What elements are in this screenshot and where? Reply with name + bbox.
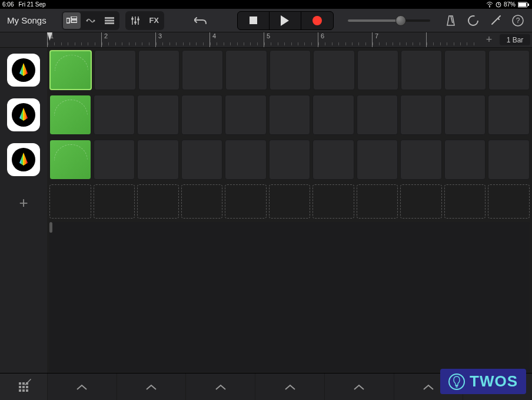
loop-cell[interactable]	[488, 140, 530, 180]
loop-cell[interactable]	[269, 140, 311, 180]
empty-loop-cell[interactable]	[488, 184, 530, 219]
scene-trigger-2[interactable]	[117, 373, 186, 400]
my-songs-button[interactable]: My Songs	[2, 15, 51, 25]
empty-loop-cell[interactable]	[94, 184, 135, 219]
loop-cell[interactable]	[94, 95, 135, 135]
track-row-3	[47, 137, 532, 182]
track-row-2	[47, 92, 532, 137]
ruler-bar-6[interactable]: 6	[318, 32, 372, 47]
metronome-button[interactable]	[444, 14, 458, 28]
loop-cell[interactable]	[181, 140, 223, 180]
tracks-view-button[interactable]	[63, 12, 81, 29]
empty-loop-cell[interactable]	[225, 184, 267, 219]
scroll-area[interactable]	[49, 222, 530, 372]
loop-cell[interactable]	[357, 140, 398, 180]
svg-line-19	[451, 16, 453, 23]
loop-cell[interactable]	[138, 50, 179, 90]
loop-cell[interactable]	[225, 140, 267, 180]
loop-cell[interactable]	[182, 50, 223, 90]
play-icon	[281, 15, 289, 26]
loop-cell[interactable]	[94, 140, 135, 180]
add-section-button[interactable]: +	[480, 32, 498, 47]
loop-cell[interactable]	[225, 95, 267, 135]
track-settings-button[interactable]	[127, 12, 144, 29]
loop-cell[interactable]	[444, 140, 486, 180]
track-row-1	[47, 48, 532, 92]
svg-rect-5	[66, 18, 69, 23]
ruler-bar-4[interactable]: 4	[210, 32, 264, 47]
track-headers-column: +	[0, 48, 47, 373]
track-header-3[interactable]	[0, 137, 47, 182]
track-header-1[interactable]	[0, 48, 47, 92]
loop-cell[interactable]	[225, 50, 267, 90]
empty-loop-cell[interactable]	[312, 184, 354, 219]
record-icon	[312, 16, 322, 25]
loop-cell[interactable]	[357, 50, 398, 90]
loop-cell[interactable]	[312, 140, 354, 180]
loop-button[interactable]	[466, 14, 480, 28]
loop-cell[interactable]	[137, 95, 179, 135]
empty-loop-cell[interactable]	[444, 184, 486, 219]
undo-button[interactable]	[190, 12, 211, 29]
loop-cell[interactable]	[357, 95, 398, 135]
ruler-bar-8[interactable]	[426, 32, 480, 47]
loop-cell[interactable]	[444, 95, 486, 135]
empty-loop-cell[interactable]	[400, 184, 442, 219]
scrollbar-thumb[interactable]	[49, 222, 52, 233]
loop-cell[interactable]	[94, 50, 135, 90]
empty-loop-cell[interactable]	[357, 184, 398, 219]
ruler-bar-3[interactable]: 3	[155, 32, 210, 47]
ruler-bar-7[interactable]: 7	[372, 32, 426, 47]
settings-button[interactable]	[488, 14, 503, 28]
help-button[interactable]: ?	[511, 14, 525, 28]
snap-value-button[interactable]: 1 Bar	[500, 34, 530, 45]
loop-cell[interactable]	[270, 50, 311, 90]
bar-label: 3	[158, 32, 162, 39]
fx-button[interactable]: FX	[145, 12, 163, 29]
loop-cell[interactable]	[49, 50, 92, 90]
loop-cell[interactable]	[444, 50, 486, 90]
view-mode-group	[62, 11, 119, 30]
empty-loop-cell[interactable]	[137, 184, 179, 219]
volume-thumb[interactable]	[395, 15, 406, 26]
master-volume-slider[interactable]	[348, 19, 430, 22]
empty-loop-cell[interactable]	[49, 184, 91, 219]
stop-button[interactable]	[238, 12, 270, 29]
ruler-bar-1[interactable]: 1	[47, 32, 101, 47]
play-button[interactable]	[270, 12, 301, 29]
loop-cell[interactable]	[181, 95, 223, 135]
ruler-bar-5[interactable]: 5	[264, 32, 318, 47]
lightbulb-icon	[448, 373, 465, 390]
loop-cell[interactable]	[401, 50, 442, 90]
record-button[interactable]	[301, 12, 333, 29]
scene-trigger-1[interactable]	[47, 373, 117, 400]
empty-loop-cell[interactable]	[269, 184, 311, 219]
loop-cell[interactable]	[49, 95, 91, 135]
scene-trigger-4[interactable]	[255, 373, 324, 400]
timeline-ruler[interactable]: 1 2 3 4 5 6 7	[47, 32, 480, 47]
loop-cell[interactable]	[49, 140, 91, 180]
scene-trigger-5[interactable]	[324, 373, 394, 400]
loop-cell[interactable]	[488, 50, 530, 90]
list-view-button[interactable]	[101, 12, 118, 29]
loop-cell[interactable]	[400, 140, 442, 180]
loop-cell[interactable]	[313, 50, 354, 90]
track-header-2[interactable]	[0, 92, 47, 137]
loop-cell[interactable]	[400, 95, 442, 135]
live-loops-button[interactable]	[82, 12, 99, 29]
grid-edit-button[interactable]	[0, 373, 47, 400]
scene-trigger-3[interactable]	[185, 373, 255, 400]
loop-cell[interactable]	[312, 95, 354, 135]
loop-cell[interactable]	[137, 140, 179, 180]
bar-label: 7	[375, 32, 378, 39]
bar-label: 6	[321, 32, 324, 39]
loop-cell[interactable]	[269, 95, 311, 135]
loop-cell[interactable]	[488, 95, 530, 135]
add-track-button[interactable]: +	[0, 182, 47, 223]
svg-rect-7	[71, 20, 77, 22]
svg-rect-10	[105, 17, 114, 19]
timeline-ruler-row: 1 2 3 4 5 6 7 + 1 Bar	[0, 32, 532, 48]
empty-loop-cell[interactable]	[181, 184, 223, 219]
beat-sequencer-icon	[7, 54, 40, 87]
ruler-bar-2[interactable]: 2	[101, 32, 155, 47]
